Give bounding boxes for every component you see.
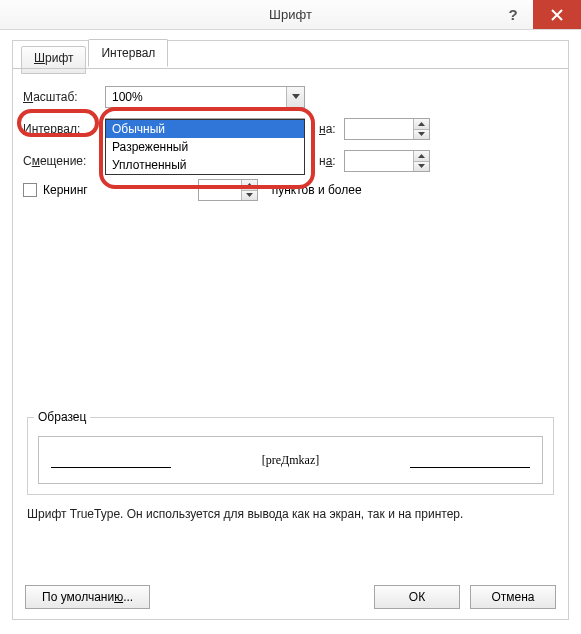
title-bar: Шрифт ?: [0, 0, 581, 30]
ok-button[interactable]: ОК: [374, 585, 460, 609]
tab-interval[interactable]: Интервал: [88, 39, 168, 67]
spin-down-button[interactable]: [414, 162, 429, 172]
triangle-down-icon: [246, 193, 253, 197]
interval-na-spin[interactable]: [344, 118, 430, 140]
interval-dropdown-list[interactable]: Обычный Разреженный Уплотненный: [105, 119, 305, 175]
spin-up-button[interactable]: [242, 180, 257, 191]
sample-preview: [preДmkaz]: [38, 436, 543, 484]
help-button[interactable]: ?: [493, 0, 533, 29]
option-razrezhenny[interactable]: Разреженный: [106, 138, 304, 156]
spin-up-button[interactable]: [414, 119, 429, 130]
triangle-down-icon: [418, 132, 425, 136]
sample-fieldset: Образец [preДmkaz]: [27, 417, 554, 495]
cancel-button[interactable]: Отмена: [470, 585, 556, 609]
spin-down-button[interactable]: [242, 191, 257, 201]
option-obychny[interactable]: Обычный: [106, 120, 304, 138]
option-uplotnenny[interactable]: Уплотненный: [106, 156, 304, 174]
interval-na-value: [345, 119, 413, 139]
kerning-value: [199, 180, 241, 200]
scale-value: 100%: [106, 87, 286, 107]
triangle-down-icon: [418, 164, 425, 168]
dialog-buttons: По умолчанию... ОК Отмена: [25, 585, 556, 609]
triangle-up-icon: [246, 183, 253, 187]
kerning-checkbox[interactable]: [23, 183, 37, 197]
tab-strip: Шрифт Интервал: [21, 40, 170, 68]
kerning-suffix: пунктов и более: [272, 183, 362, 197]
tab-font-rest: рифт: [45, 51, 73, 65]
window-controls: ?: [493, 0, 581, 29]
triangle-up-icon: [418, 154, 425, 158]
font-description: Шрифт TrueType. Он используется для выво…: [27, 507, 554, 521]
offset-na-spin[interactable]: [344, 150, 430, 172]
offset-na-label: на:: [319, 154, 336, 168]
sample-legend: Образец: [34, 410, 90, 424]
offset-label: Смещение:: [23, 154, 105, 168]
tab-font[interactable]: Шрифт: [21, 46, 86, 74]
sample-line-right: [410, 467, 530, 468]
chevron-down-icon: [292, 94, 300, 100]
spin-down-button[interactable]: [414, 130, 429, 140]
spin-up-button[interactable]: [414, 151, 429, 162]
tab-divider: [13, 68, 568, 69]
interval-na-label: на:: [319, 122, 336, 136]
defaults-button[interactable]: По умолчанию...: [25, 585, 150, 609]
scale-dropdown-button[interactable]: [286, 87, 304, 107]
scale-combo[interactable]: 100%: [105, 86, 305, 108]
kerning-spin[interactable]: [198, 179, 258, 201]
sample-line-left: [51, 467, 171, 468]
kerning-label: Кернинг: [43, 183, 88, 197]
interval-label: Интервал:: [23, 122, 105, 136]
offset-na-value: [345, 151, 413, 171]
scale-label: Масштаб:: [23, 90, 105, 104]
dialog-panel: Шрифт Интервал Масштаб: 100% Интервал:: [12, 40, 569, 620]
close-icon: [551, 9, 563, 21]
sample-text: [preДmkaz]: [262, 453, 320, 468]
close-button[interactable]: [533, 0, 581, 29]
triangle-up-icon: [418, 122, 425, 126]
